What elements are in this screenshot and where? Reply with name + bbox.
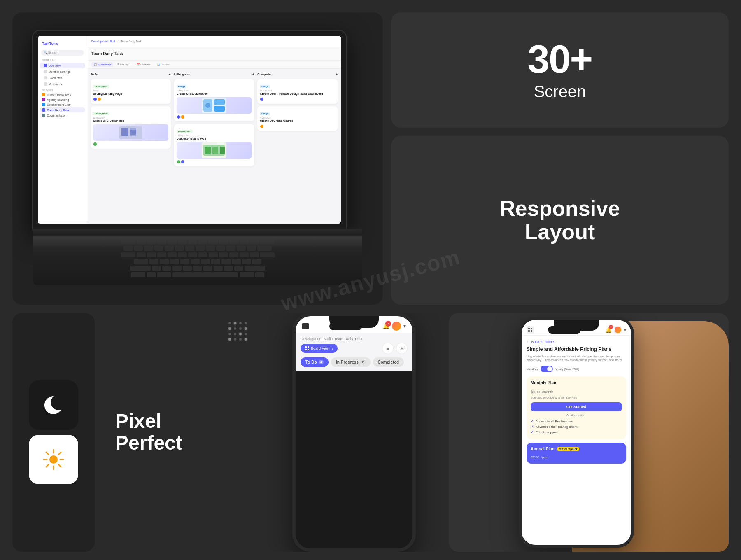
key-backspace xyxy=(257,246,272,251)
tab-list-view[interactable]: ☰ List View xyxy=(115,62,133,67)
key xyxy=(232,259,241,264)
star xyxy=(245,327,247,330)
key xyxy=(193,266,202,271)
agency-icon xyxy=(42,98,45,101)
whats-include-label: What's Include : xyxy=(531,414,622,417)
chevron-icon: ▾ xyxy=(624,328,626,332)
phone-tabs-row: To Do 4 In Progress 2 Completed xyxy=(301,357,408,367)
mode-section xyxy=(12,313,95,552)
svg-rect-34 xyxy=(531,330,532,332)
monthly-plan-name: Monthly Plan xyxy=(531,380,622,385)
phone-mockup: 🔔 7 ▾ Development Stuff / Te xyxy=(292,313,416,552)
pricing-topbar-left xyxy=(527,323,534,334)
task-avatars xyxy=(177,115,185,119)
key-row-qwerty xyxy=(45,252,350,257)
phone-tab-completed[interactable]: Completed xyxy=(373,357,404,367)
task-image xyxy=(177,142,252,159)
key xyxy=(214,266,223,271)
app-topbar: Development Stuff / Team Daily Task xyxy=(87,36,341,47)
key xyxy=(168,239,177,244)
key xyxy=(219,252,228,257)
sidebar-item-agency[interactable]: Agency Branding xyxy=(38,97,87,102)
responsive-content: ResponsiveLayout xyxy=(500,197,620,244)
key xyxy=(188,252,197,257)
key-row-zxcv xyxy=(45,266,350,271)
tab-calendar[interactable]: 📅 Calendar xyxy=(134,62,153,67)
phone-notch xyxy=(329,316,379,328)
key xyxy=(201,259,210,264)
dark-mode-box xyxy=(29,380,78,430)
sidebar-item-docs[interactable]: Documentation xyxy=(38,113,87,118)
task-avatar xyxy=(177,160,181,164)
key-row-bottom xyxy=(45,272,350,277)
pricing-toggle-switch[interactable] xyxy=(541,366,553,372)
sidebar-item-fav[interactable]: Favourites xyxy=(40,75,85,81)
sidebar-item-devstuff[interactable]: Development Stuff xyxy=(38,102,87,107)
sidebar-item-hr[interactable]: Human Resources xyxy=(38,92,87,97)
key xyxy=(178,252,187,257)
task-tag: Design xyxy=(260,85,270,88)
task-card: Development 12 May 2024 Create UI E-Comm… xyxy=(91,106,171,149)
key xyxy=(185,246,194,251)
star xyxy=(239,333,242,335)
sidebar-item-messages[interactable]: Messages xyxy=(40,81,85,87)
key xyxy=(226,246,235,251)
task-card: Development Today Slicing Landing Page xyxy=(91,79,171,104)
todo-column-header: To Do + xyxy=(91,72,171,77)
task-avatar xyxy=(177,115,181,119)
task-meta xyxy=(260,97,335,101)
key xyxy=(165,246,174,251)
sidebar-item-overview[interactable]: Overview xyxy=(40,63,85,68)
star xyxy=(245,333,247,335)
key xyxy=(147,252,156,257)
task-avatars xyxy=(93,97,101,101)
key xyxy=(250,239,259,244)
feature-item: ✓ Access to all Pro features xyxy=(531,419,622,423)
laptop-screen-bezel: TaskTonic 🔍 Search General Overview Memb… xyxy=(33,31,346,229)
key-cmd xyxy=(240,272,254,277)
key xyxy=(203,266,212,271)
board-view-btn[interactable]: Board View ↕ xyxy=(301,344,338,353)
key xyxy=(149,259,158,264)
messages-icon xyxy=(44,82,47,86)
task-card: Design 01 May 2024 Create UI Stock Mobil… xyxy=(174,79,254,121)
sidebar-item-teamdaily[interactable]: Team Daily Task xyxy=(40,107,85,112)
key xyxy=(157,252,166,257)
notification-badge: 7 xyxy=(385,321,391,327)
chevron-down-icon: ▾ xyxy=(403,323,406,329)
adjust-icon-btn[interactable]: ⊕ xyxy=(396,343,408,354)
keyboard-area xyxy=(33,236,362,280)
mobile-center-section: 🔔 7 ▾ Development Stuff / Te xyxy=(268,313,440,552)
get-started-button[interactable]: Get Started xyxy=(531,402,622,411)
task-tag: Design xyxy=(177,85,187,88)
task-card: Development 13 May 2024 Usability Testin… xyxy=(174,124,254,166)
key xyxy=(224,266,233,271)
tab-board-view[interactable]: 📋 Board View xyxy=(91,62,113,67)
inprogress-column-header: In Progress + xyxy=(174,72,254,77)
phone-tab-inprogress[interactable]: In Progress 2 xyxy=(331,357,370,367)
pricing-back-link[interactable]: ← Back to home xyxy=(527,340,626,344)
sidebar-item-member[interactable]: Member Settings xyxy=(40,69,85,75)
phone-tab-todo[interactable]: To Do 4 xyxy=(301,357,329,367)
svg-point-14 xyxy=(49,455,58,464)
responsive-title: ResponsiveLayout xyxy=(500,197,620,244)
filter-icon-btn[interactable]: ≡ xyxy=(382,343,394,354)
sidebar-search[interactable]: 🔍 Search xyxy=(41,50,84,56)
pricing-phone: 🔔 7 ▾ ← Ba xyxy=(519,317,634,548)
key-row-asdf xyxy=(45,259,350,264)
star xyxy=(228,327,231,330)
task-meta xyxy=(177,160,252,164)
annual-plan-header: Annual Plan Most Popular xyxy=(531,447,579,451)
annual-plan-card: Annual Plan Most Popular $99.99 /year xyxy=(527,443,626,464)
check-icon: ✓ xyxy=(531,425,534,429)
key-ctrl xyxy=(131,272,145,277)
user-avatar xyxy=(392,322,401,331)
annual-plan-title: Annual Plan xyxy=(531,447,555,451)
overview-icon xyxy=(44,64,47,67)
tab-timeline[interactable]: 📊 Timeline xyxy=(154,62,172,67)
laptop-keyboard-base xyxy=(33,229,362,236)
sun-icon xyxy=(41,447,66,472)
sort-icon: ↕ xyxy=(331,346,333,350)
annual-plan-price: $99.99 /year xyxy=(531,453,579,460)
star xyxy=(234,322,236,324)
